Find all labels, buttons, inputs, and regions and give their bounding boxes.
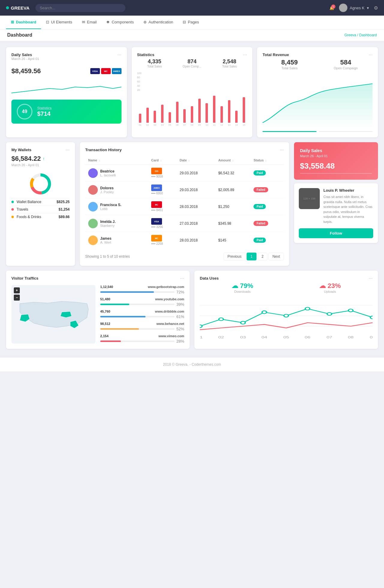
status-cell: Paid	[250, 165, 284, 182]
stat-open-comp-val: 874	[175, 58, 210, 65]
nav-item-email[interactable]: ✉ Email	[77, 16, 102, 29]
card-brand: DIS	[151, 168, 162, 174]
follow-button[interactable]: Follow	[299, 228, 373, 238]
bar-label: 09	[198, 124, 201, 126]
navbar: GREEVA 🔔 1 Agnes K ▾ ⚙	[0, 0, 384, 16]
next-button[interactable]: Next	[268, 253, 284, 260]
settings-button[interactable]: ⚙	[374, 5, 378, 11]
status-badge: Paid	[254, 238, 266, 243]
foods-value: $89.66	[58, 215, 70, 219]
red-dot-icon	[11, 208, 14, 211]
travels-value: $1,254	[58, 207, 70, 212]
nav-item-authentication[interactable]: ⊛ Authentication	[139, 16, 178, 29]
nav-item-pages[interactable]: ⊟ Pages	[178, 16, 204, 29]
progress-fill	[100, 304, 129, 305]
breadcrumb: Dashboard Greeva / Dashboard	[0, 29, 384, 41]
user-avatar-sm	[88, 168, 98, 178]
bar	[213, 96, 215, 123]
traffic-num: 45,760	[100, 310, 110, 313]
map-zoom-in-button[interactable]: +	[14, 287, 20, 293]
user-menu[interactable]: Agnes K ▾	[339, 4, 369, 12]
trans-more-button[interactable]: ···	[280, 148, 284, 152]
notification-button[interactable]: 🔔 1	[329, 6, 334, 10]
traffic-num: 2,154	[100, 334, 109, 338]
data-uses-more-button[interactable]: ···	[369, 276, 373, 281]
pink-card-title: Daily Sales	[300, 148, 372, 153]
user-avatar-sm	[88, 185, 98, 195]
nav-item-ui-elements[interactable]: ⊡ UI Elements	[41, 16, 77, 29]
nav-item-components[interactable]: ❖ Components	[101, 16, 139, 29]
user-avatar-sm	[88, 202, 98, 212]
bar	[206, 103, 208, 123]
page-2-button[interactable]: 2	[258, 253, 268, 260]
amount-cell: $1,250	[215, 198, 250, 215]
row-3: Visitor Traffics ··· + −	[6, 271, 378, 349]
daily-sales-more-button[interactable]: ···	[117, 52, 121, 57]
traffic-pct: 61%	[176, 314, 184, 319]
wallet-date: March 26 - April 01	[11, 163, 70, 167]
rev-open-camp: 584 Open Compaign	[319, 58, 373, 70]
traffic-url: www.dribbble.com	[155, 310, 184, 313]
visitor-title: Visitor Traffics	[11, 276, 38, 280]
nav-label: Email	[87, 20, 97, 24]
wallet-item: Travels $1,254	[11, 206, 70, 213]
wallet-amount-value: $6,584.22	[11, 155, 41, 163]
profile-description: Cras sit amet nibh libero, in gravida nu…	[323, 194, 373, 224]
statistics-header: Statistics ···	[137, 52, 247, 57]
mastercard-icon: MC	[101, 68, 111, 74]
green-dot-icon	[11, 201, 14, 203]
nav-item-dashboard[interactable]: ⊞ Dashboard	[6, 16, 41, 29]
prev-button[interactable]: Previous	[224, 253, 245, 260]
my-wallets-more-button[interactable]: ···	[66, 148, 70, 152]
traffic-pct: 52%	[176, 327, 184, 331]
traffic-header: 1,12,540 www.getbootstrap.com	[100, 285, 184, 289]
name-cell: Dolores J. Pooley	[85, 182, 148, 198]
bar-item: 07	[182, 109, 188, 126]
nav-label: UI Elements	[51, 20, 72, 24]
revenue-legend	[262, 131, 373, 132]
search-input[interactable]	[35, 4, 125, 12]
svg-text:02: 02	[218, 336, 224, 339]
downloads-item: ☁ 79% Downloads	[200, 282, 285, 293]
brand-logo[interactable]: GREEVA	[6, 5, 29, 10]
status-cell: Paid	[250, 232, 284, 249]
total-revenue-more-button[interactable]: ···	[369, 52, 373, 57]
page-1-button[interactable]: 1	[247, 253, 256, 260]
svg-text:06: 06	[304, 336, 310, 339]
traffic-num: 51,480	[100, 297, 110, 301]
visitor-more-button[interactable]: ···	[180, 276, 184, 281]
svg-point-8	[200, 325, 202, 328]
bar-item: 15	[241, 97, 247, 126]
date-cell: 29.03.2018	[177, 182, 215, 198]
name-cell: Francisca S. Lobb	[85, 198, 148, 215]
statistics-more-button[interactable]: ···	[243, 52, 247, 57]
top-navigation: ⊞ Dashboard ⊡ UI Elements ✉ Email ❖ Comp…	[0, 16, 384, 29]
daily-sales-mini-chart	[11, 81, 122, 96]
traffic-item: 1,12,540 www.getbootstrap.com 72%	[100, 285, 184, 294]
chevron-down-icon: ▾	[367, 6, 369, 10]
pagination: Previous 1 2 Next	[224, 253, 284, 260]
bar-item: 02	[144, 108, 151, 126]
stat-total-sales-label: Total Sales	[137, 65, 172, 68]
name-cell: Beatrice L. Iacovelli	[85, 165, 148, 182]
breadcrumb-path: Greeva / Dashboard	[344, 33, 377, 37]
col-name: Name ↕	[85, 156, 148, 165]
my-wallets-title: My Wallets	[11, 148, 32, 152]
table-row: James A. Wert MC •••• 2258 28.03.2018 $1…	[85, 232, 284, 249]
cards-row-1: Daily Sales March 26 - April 01 ··· $8,4…	[6, 47, 378, 137]
stats-info: Statistics $714	[37, 106, 52, 117]
card-brand: MC	[151, 201, 162, 208]
progress-fill	[100, 328, 139, 330]
bar	[176, 102, 178, 123]
traffic-list: 1,12,540 www.getbootstrap.com 72% 51,480…	[100, 285, 184, 344]
notif-badge: 1	[331, 4, 335, 9]
stats-value: $714	[37, 110, 52, 117]
email-icon: ✉	[82, 20, 85, 24]
user-sub: J. Pooley	[100, 190, 114, 194]
wallet-item-label: Wallet Ballance	[11, 200, 41, 204]
map-zoom-out-button[interactable]: −	[14, 295, 20, 301]
table-row: Imelda J. Stanberry VISA •••• 3256 27.03…	[85, 215, 284, 232]
profile-info: Louis P. Wheeler Cras sit amet nibh libe…	[323, 188, 373, 224]
traffic-header: 98,512 www.behance.net	[100, 322, 184, 326]
progress-bar	[100, 291, 175, 293]
